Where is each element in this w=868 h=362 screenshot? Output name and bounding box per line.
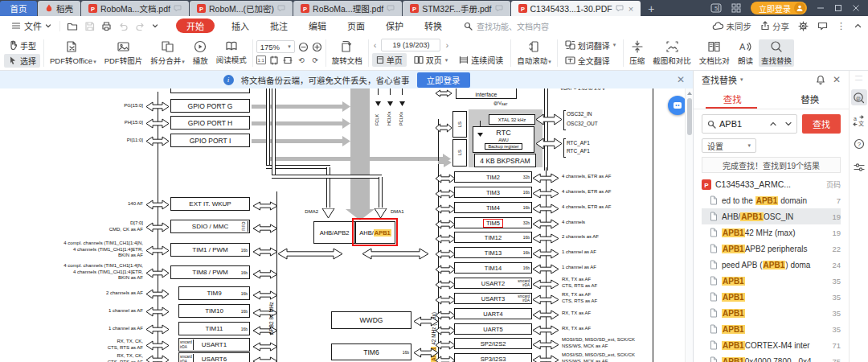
notification-login-button[interactable]: 立即登录 xyxy=(417,72,470,88)
maximize-button[interactable] xyxy=(834,4,842,12)
cloud-sync-status[interactable]: 未同步 xyxy=(712,20,752,32)
find-replace-button[interactable]: 查找替换 xyxy=(759,39,794,67)
preferences-sliders-icon[interactable] xyxy=(851,159,867,175)
play-button[interactable]: 播放 xyxy=(190,39,211,67)
document-scrollbar[interactable] xyxy=(685,88,693,362)
bus-double-arrow xyxy=(277,248,343,263)
double-page-button[interactable]: 双页▾ xyxy=(410,53,452,67)
next-page-button[interactable]: › xyxy=(444,40,450,50)
continuous-read-button[interactable]: 连续阅读 xyxy=(455,53,507,67)
read-mode-button[interactable]: 阅读模式 xyxy=(214,39,249,66)
search-result-row[interactable]: APB135 xyxy=(702,321,841,337)
command-search-input[interactable]: 查找功能、文档内容 xyxy=(464,20,549,32)
page-indicator[interactable]: 19 (19/203) xyxy=(381,39,440,51)
search-result-row[interactable]: APB135 xyxy=(702,305,841,321)
search-result-row[interactable]: APB10x4000 7800 - 0x475 xyxy=(702,353,841,362)
search-result-row[interactable]: APB142 MHz (max)19 xyxy=(702,224,841,241)
window-tab[interactable]: PRoboMa...文档.pdf xyxy=(81,1,189,16)
screenshot-compare-button[interactable]: 截图和对比 xyxy=(650,39,694,67)
search-settings-dropdown[interactable]: 设置▾ xyxy=(702,138,756,153)
search-result-row[interactable]: APB1APB2 peripherals22 xyxy=(702,241,841,257)
more-menu-icon[interactable]: ⋮ xyxy=(837,21,845,31)
pin-bell-icon[interactable] xyxy=(816,75,825,84)
zoom-level-select[interactable]: 175%▾ xyxy=(256,40,295,53)
search-result-row[interactable]: ed to the APB1 domain7 xyxy=(702,192,841,208)
diagram-line xyxy=(547,88,548,171)
window-tab[interactable]: PC1345433...1-30.PDF× xyxy=(511,1,641,16)
zoom-out-icon[interactable] xyxy=(298,42,309,52)
save-icon[interactable] xyxy=(84,21,95,31)
panel-close-icon[interactable]: ✕ xyxy=(833,74,841,85)
zoom-in-icon[interactable] xyxy=(312,42,322,52)
rotate-document-button[interactable]: 旋转文档 xyxy=(330,39,365,67)
file-menu[interactable]: 文件 xyxy=(6,19,56,32)
compress-button[interactable]: 压缩 xyxy=(627,39,647,67)
more-actions-icon[interactable] xyxy=(152,23,158,28)
pdf-to-image-button[interactable]: PDF转图片 xyxy=(102,39,145,67)
bus-double-arrow xyxy=(435,278,456,293)
menu-tab-protect[interactable]: 保护 xyxy=(375,19,414,32)
single-page-button[interactable]: 单页 xyxy=(372,53,407,67)
find-next-button[interactable] xyxy=(782,117,794,131)
window-tab[interactable]: 首页 xyxy=(0,1,37,16)
full-translate-button[interactable]: 全文翻译 xyxy=(561,54,620,68)
doc-compare-button[interactable]: 文档比对 xyxy=(697,39,732,67)
menu-tab-comment[interactable]: 批注 xyxy=(260,19,298,32)
select-tool-button[interactable]: 选择 xyxy=(4,54,40,68)
panel-drag-handle[interactable]: —— xyxy=(855,74,862,82)
window-tab[interactable]: PRoboM...(已加密) xyxy=(190,1,293,16)
tab-close-icon[interactable]: × xyxy=(628,4,633,14)
notification-close-icon[interactable]: ✕ xyxy=(677,74,685,85)
find-previous-button[interactable] xyxy=(767,117,779,131)
minimize-button[interactable] xyxy=(817,4,825,12)
workbench-split-icon[interactable]: 5 xyxy=(710,3,722,13)
translate-panel-icon[interactable]: a文 xyxy=(851,113,867,129)
window-tab[interactable]: PRoBoMa...理图.pdf xyxy=(293,1,402,16)
af-label: 2 channels as AF xyxy=(32,290,143,297)
collapse-ribbon-icon[interactable] xyxy=(854,23,862,28)
menu-tab-start[interactable]: 开始 xyxy=(176,19,215,33)
search-result-row[interactable]: APB135 xyxy=(702,273,841,289)
window-tab[interactable]: 稻壳 xyxy=(38,1,80,16)
read-aloud-button[interactable]: A朗读 xyxy=(735,39,755,67)
menu-tab-insert[interactable]: 插入 xyxy=(221,19,260,32)
open-icon[interactable] xyxy=(67,21,78,31)
results-doc-header[interactable]: P C1345433_ARMC... 页码 xyxy=(702,176,841,192)
fit-page-icon[interactable] xyxy=(269,55,280,65)
pdf-to-office-button[interactable]: PDF转Office▾ xyxy=(47,39,99,67)
rotate-right-icon[interactable]: ⟳ xyxy=(310,55,321,65)
tab-find[interactable]: 查找 xyxy=(694,88,772,109)
menu-tab-edit[interactable]: 编辑 xyxy=(298,19,337,32)
window-tab[interactable]: PSTM32F...手册.pdf xyxy=(403,1,510,16)
fit-width-icon[interactable] xyxy=(283,55,293,65)
login-button[interactable]: 立即登录 xyxy=(751,2,807,14)
menu-tab-page[interactable]: 页面 xyxy=(337,19,375,32)
redo-icon[interactable] xyxy=(135,22,145,31)
close-button[interactable] xyxy=(852,4,860,12)
rotate-left-icon[interactable]: ⟲ xyxy=(297,55,307,65)
new-tab-button[interactable]: + xyxy=(641,1,661,16)
undo-icon[interactable] xyxy=(118,22,129,31)
comment-bubble-icon[interactable] xyxy=(817,21,828,31)
grid-layout-icon[interactable] xyxy=(731,3,741,13)
help-icon[interactable]: ? xyxy=(851,136,867,152)
search-result-row[interactable]: APB1CORTEX-M4 inter71 xyxy=(702,337,841,353)
hand-tool-button[interactable]: 手型 xyxy=(4,39,40,52)
find-button[interactable]: 查找 xyxy=(802,114,841,134)
find-in-document-icon[interactable]: @ xyxy=(851,89,867,105)
prev-page-button[interactable]: ‹ xyxy=(372,40,379,50)
word-translate-button[interactable]: 划词翻译▾ xyxy=(561,39,620,52)
bus-double-arrow xyxy=(532,339,559,353)
search-input[interactable]: APB1 xyxy=(702,114,797,134)
menu-tab-convert[interactable]: 转换 xyxy=(414,19,452,32)
split-merge-button[interactable]: 拆分合并▾ xyxy=(148,39,187,67)
tab-replace[interactable]: 替换 xyxy=(772,88,850,109)
settings-gear-icon[interactable] xyxy=(798,21,809,31)
actual-size-button[interactable]: 1:1 xyxy=(256,56,266,64)
share-button[interactable]: 分享 xyxy=(760,20,789,32)
search-result-row[interactable]: peed APB (APB1) doma24 xyxy=(702,257,841,273)
search-result-row[interactable]: APB135 xyxy=(702,289,841,305)
print-icon[interactable] xyxy=(101,21,112,31)
auto-scroll-button[interactable]: 自动滚动▾ xyxy=(514,39,554,67)
search-result-row[interactable]: AHB/APB1OSC_IN19 xyxy=(702,208,841,224)
